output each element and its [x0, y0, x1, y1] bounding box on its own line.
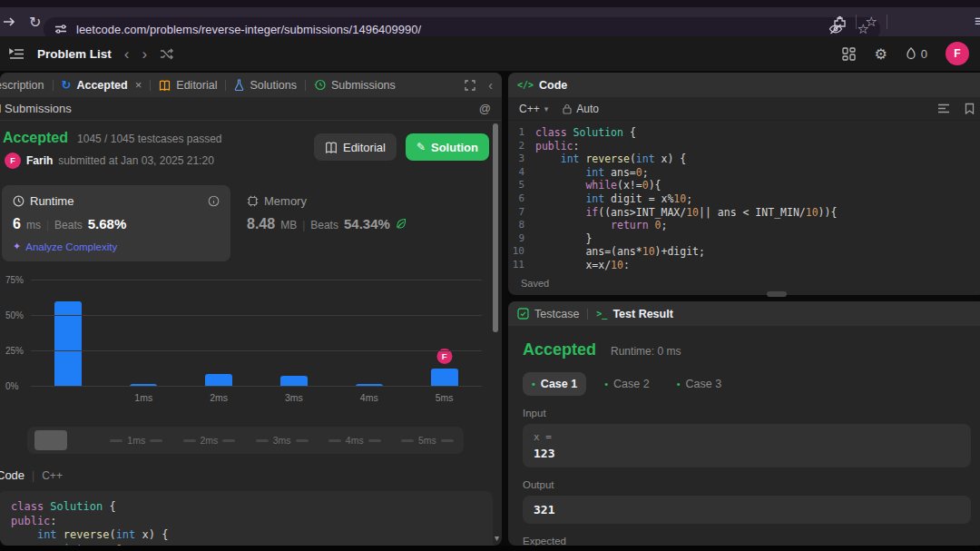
format-code-icon[interactable]: [937, 103, 950, 113]
line-number: 6: [508, 192, 535, 206]
code-line: 10 ans=(ans*10)+digit;: [508, 245, 980, 259]
url-text: leetcode.com/problems/reverse-integer/su…: [76, 23, 828, 36]
leetcode-navbar: Problem List ‹ › ▶ Run Submit ⚙ 0: [0, 36, 980, 71]
chevron-down-icon: ▾: [544, 104, 549, 113]
line-number: 11: [508, 259, 535, 272]
submission-user[interactable]: Farih: [26, 154, 53, 167]
history-icon: [314, 79, 326, 91]
memory-chip-icon: [247, 195, 259, 207]
minimap-label-group: 4ms: [318, 435, 391, 446]
expand-panel-icon[interactable]: [465, 80, 475, 91]
code-section-header: Code | C++: [13, 468, 489, 482]
tab-submissions[interactable]: Submissions: [314, 79, 396, 92]
problem-list-icon[interactable]: [9, 47, 24, 61]
x-tick-label: [31, 392, 106, 403]
browser-toolbar: ↻ leetcode.com/problems/reverse-integer/…: [0, 7, 980, 36]
line-number: 5: [508, 179, 535, 192]
close-tab-icon[interactable]: ×: [135, 78, 142, 92]
runtime-card[interactable]: Runtime 6 ms | Beats 5.68% ✦ An: [2, 185, 230, 261]
workspace: Description ↻ Accepted × Editorial Solut…: [0, 71, 980, 546]
language-selector[interactable]: C++ ▾: [519, 103, 548, 115]
toolbar-divider: [887, 15, 887, 29]
tab-testcase[interactable]: Testcase: [517, 308, 579, 320]
panel-resize-handle[interactable]: [767, 291, 787, 297]
code-line: 4 int ans=0;: [508, 166, 980, 180]
code-line: int reverse(int x) {: [11, 528, 480, 543]
case-1-chip[interactable]: •Case 1: [523, 372, 586, 396]
tab-test-result[interactable]: >_ Test Result: [596, 308, 673, 320]
code-editor-content[interactable]: 1class Solution {2public:3 int reverse(i…: [508, 121, 980, 272]
chart-bar[interactable]: [431, 369, 458, 387]
collapse-panel-icon[interactable]: ‹: [488, 79, 493, 92]
pencil-icon: ✎: [416, 141, 426, 153]
chart-bar-column: F: [407, 276, 482, 387]
chart-bar[interactable]: [205, 374, 232, 387]
chart-brush-handle[interactable]: [34, 430, 67, 450]
x-tick-label: 3ms: [256, 392, 331, 403]
code-line: class Solution {: [11, 500, 480, 515]
tab-code[interactable]: </> Code: [517, 79, 567, 92]
case-chips: •Case 1 •Case 2 •Case 3: [523, 372, 971, 396]
gridline: [31, 315, 482, 316]
code-editor-panel: </> Code C++ ▾ Auto 1class Soluti: [508, 73, 980, 295]
info-icon[interactable]: [208, 195, 220, 207]
book-icon: [159, 80, 171, 91]
expected-label: Expected: [523, 536, 971, 546]
code-section-language: C++: [42, 469, 63, 482]
memory-card[interactable]: Memory 8.48 MB | Beats 54.34%: [230, 185, 423, 261]
runtime-value: 6: [13, 216, 21, 232]
case-dot: •: [604, 379, 608, 389]
prev-problem-icon[interactable]: ‹: [124, 46, 130, 62]
layout-grid-icon[interactable]: [842, 47, 856, 61]
line-number: 1: [508, 126, 535, 140]
chart-x-axis: 1ms2ms3ms4ms5ms: [31, 392, 482, 403]
y-tick-label: 25%: [5, 346, 24, 356]
left-panel-tabs: Description ↻ Accepted × Editorial Solut…: [0, 73, 502, 97]
output-label: Output: [523, 479, 971, 490]
streak-counter[interactable]: 0: [906, 47, 927, 61]
bookmark-icon[interactable]: [965, 103, 975, 114]
link-icon[interactable]: @: [479, 102, 491, 115]
user-avatar[interactable]: F: [946, 42, 969, 65]
editorial-button[interactable]: Editorial: [314, 133, 397, 161]
shuffle-icon[interactable]: [160, 48, 173, 60]
y-tick-label: 0%: [5, 381, 18, 391]
line-number: 7: [508, 206, 535, 220]
left-panel-scrollbar[interactable]: [493, 123, 498, 332]
chart-bar-column: [31, 276, 106, 387]
reload-icon[interactable]: ↻: [29, 14, 41, 31]
testcase-check-icon: [517, 308, 529, 320]
flame-icon: [906, 47, 916, 60]
auto-mode-toggle[interactable]: Auto: [563, 103, 599, 115]
line-number: 4: [508, 166, 535, 180]
code-line: 2public:: [508, 140, 980, 153]
scroll-down-arrow[interactable]: ▾: [495, 533, 499, 543]
site-info-icon[interactable]: [54, 23, 67, 35]
lock-icon: [563, 103, 572, 114]
next-problem-icon[interactable]: ›: [142, 46, 147, 62]
tab-description[interactable]: Description: [0, 79, 44, 92]
line-number: 9: [508, 232, 535, 246]
solution-button[interactable]: ✎ Solution: [406, 133, 489, 161]
extensions-icon[interactable]: [833, 15, 847, 29]
chart-bars: F: [31, 276, 482, 387]
settings-gear-icon[interactable]: ⚙: [874, 45, 887, 63]
line-number: 3: [508, 153, 535, 166]
analyze-complexity-link[interactable]: ✦ Analyze Complexity: [13, 241, 220, 252]
case-2-chip[interactable]: •Case 2: [595, 372, 658, 396]
problem-list-link[interactable]: Problem List: [37, 47, 112, 61]
favorites-star-icon[interactable]: ☆: [866, 14, 877, 30]
forward-icon[interactable]: [2, 15, 16, 29]
browser-menu-icon[interactable]: ≡: [975, 13, 980, 31]
chart-minimap[interactable]: 1ms2ms3ms4ms5ms: [27, 427, 464, 454]
submission-status: Accepted: [3, 130, 68, 146]
runtime-beats: 5.68%: [88, 216, 127, 231]
tab-editorial[interactable]: Editorial: [159, 79, 217, 92]
tab-solutions[interactable]: Solutions: [234, 79, 296, 92]
tab-accepted[interactable]: ↻ Accepted ×: [62, 78, 142, 92]
case-3-chip[interactable]: •Case 3: [668, 372, 730, 396]
x-tick-label: 4ms: [331, 392, 407, 403]
minimap-label-group: 2ms: [172, 435, 245, 446]
line-number: 2: [508, 140, 535, 153]
code-line: 7 if((ans>INT_MAX/10|| ans < INT_MIN/10)…: [508, 206, 980, 220]
